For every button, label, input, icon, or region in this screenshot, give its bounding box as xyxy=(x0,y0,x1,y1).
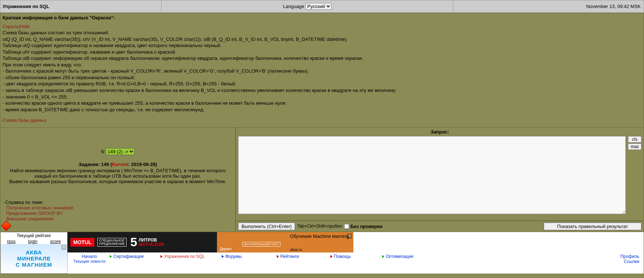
rating-columns: rpos login score xyxy=(1,239,67,244)
nav-opt[interactable]: Оптимизация xyxy=(382,254,413,259)
nav-sql[interactable]: Упражнения по SQL xyxy=(160,254,205,259)
db-info-panel: Краткая информация о базе данных "Окраск… xyxy=(0,13,644,128)
nocheck-row[interactable]: Без проверки xyxy=(344,224,383,229)
query-textarea[interactable] xyxy=(238,136,626,214)
language-area: Language Русский xyxy=(162,0,453,12)
language-select[interactable]: Русский xyxy=(306,3,331,10)
nav-profile[interactable]: Профиль xyxy=(620,254,639,259)
b2-otus: otus.ru xyxy=(290,247,302,252)
nav-home-sub[interactable]: Текущие новости xyxy=(73,259,105,263)
triangle-icon xyxy=(277,255,279,258)
help-block: · Справка по теме: Получение итоговых зн… xyxy=(3,184,233,229)
task-number-select[interactable]: 149 (2) -> xyxy=(106,148,135,155)
triangle-icon xyxy=(382,255,384,258)
nocheck-checkbox[interactable] xyxy=(344,224,349,229)
triangle-icon xyxy=(330,255,333,258)
close-icon[interactable]: ✕ xyxy=(61,245,66,250)
action-row: Выполнить (Ctrl+Enter) Tab=Ctrl+Shift+пр… xyxy=(236,220,644,232)
query-label: Запрос: xyxy=(236,128,644,136)
show-result-button[interactable]: Показать правильный результат xyxy=(544,223,641,230)
warning-icon[interactable] xyxy=(1,221,11,231)
nav-home[interactable]: Начало xyxy=(82,254,97,259)
nav-links[interactable]: Ссылки xyxy=(620,259,639,264)
help-label: Справка по теме: xyxy=(5,200,43,205)
nav-cert[interactable]: Сертификация xyxy=(110,254,144,259)
bottom-row: Текущий рейтинг rpos login score ✕ АКВАМ… xyxy=(0,232,644,274)
col-login[interactable]: login xyxy=(28,239,37,244)
info-body: Схема базы данных состоит из трех отноше… xyxy=(3,30,641,113)
datetime: November 13, 09:42 MSK xyxy=(453,0,644,12)
banners: MOTUL СПЕЦИАЛЬНОЕ ПРЕДЛОЖЕНИЕ 5 ЛИТРОВMO… xyxy=(67,232,644,252)
side-ad[interactable]: ✕ АКВАМИНЕРАЛЕС МАГНИЕМ xyxy=(1,244,67,273)
help-link-2[interactable]: Предложение GROUP BY xyxy=(3,211,233,216)
help-link-3[interactable]: Внешние соединения xyxy=(3,216,233,221)
query-panel: Запрос: Выполнить (Ctrl+Enter) Tab=Ctrl+… xyxy=(235,128,644,232)
banner-motul[interactable]: MOTUL СПЕЦИАЛЬНОЕ ПРЕДЛОЖЕНИЕ 5 ЛИТРОВMO… xyxy=(67,232,217,252)
nav-help[interactable]: Помощь xyxy=(330,254,351,259)
rating-title: Текущий рейтинг xyxy=(1,232,67,239)
info-title: Краткая информация о базе данных "Окраск… xyxy=(3,15,641,21)
page-title: Упражнения по SQL xyxy=(0,0,162,12)
litrov: ЛИТРОВMOTUL8100 xyxy=(139,238,164,247)
run-button[interactable]: Выполнить (Ctrl+Enter) xyxy=(238,223,295,230)
n-label: N xyxy=(101,149,104,154)
cls-button[interactable] xyxy=(628,136,641,143)
hide-link[interactable]: Скрыть|Hide xyxy=(3,24,30,29)
task-panel: N 149 (2) -> Задание: 149 (Kursist: 2019… xyxy=(0,128,235,232)
triangle-icon xyxy=(160,255,163,258)
col-score[interactable]: score xyxy=(50,239,61,244)
tab-hint: Tab=Ctrl+Shift+пробел xyxy=(297,224,342,229)
spec-offer: СПЕЦИАЛЬНОЕ ПРЕДЛОЖЕНИЕ xyxy=(97,238,127,247)
work-row: N 149 (2) -> Задание: 149 (Kursist: 2019… xyxy=(0,128,644,232)
b2-test: ВСТУПИТЕЛЬНЫЙ ТЕСТ xyxy=(243,242,280,247)
navbar: Начало Текущие новости Сертификация Упра… xyxy=(67,252,644,266)
triangle-icon xyxy=(222,255,224,258)
ad-text: АКВАМИНЕРАЛЕС МАГНИЕМ xyxy=(16,249,52,268)
big-5: 5 xyxy=(130,235,137,249)
nav-forums[interactable]: Форумы xyxy=(222,254,242,259)
rating-box: Текущий рейтинг rpos login score ✕ АКВАМ… xyxy=(0,232,67,274)
top-bar: Упражнения по SQL Language Русский Novem… xyxy=(0,0,644,13)
nav-ratings[interactable]: Рейтинги xyxy=(277,254,299,259)
schema-link[interactable]: Схема базы данных xyxy=(3,117,641,124)
col-rpos[interactable]: rpos xyxy=(7,239,15,244)
b2-direct: Директ xyxy=(220,247,232,251)
language-label: Language xyxy=(283,4,304,9)
help-link-1[interactable]: Получение итоговых значений xyxy=(3,205,233,211)
task-title: Задание: 149 (Kursist: 2019-06-28) xyxy=(3,162,233,167)
max-button[interactable] xyxy=(628,143,641,150)
motul-logo: MOTUL xyxy=(70,238,94,247)
task-author: Kursist xyxy=(112,162,128,167)
task-text: Найти минимальную верхнюю границу интерв… xyxy=(3,168,233,184)
bottom-main: MOTUL СПЕЦИАЛЬНОЕ ПРЕДЛОЖЕНИЕ 5 ЛИТРОВMO… xyxy=(67,232,644,274)
nocheck-label: Без проверки xyxy=(350,224,383,229)
triangle-icon xyxy=(110,255,112,258)
b2-title: Обучение Machine learning xyxy=(290,233,349,239)
banner-otus[interactable]: ✕ Обучение Machine learning ВСТУПИТЕЛЬНЫ… xyxy=(217,232,353,252)
